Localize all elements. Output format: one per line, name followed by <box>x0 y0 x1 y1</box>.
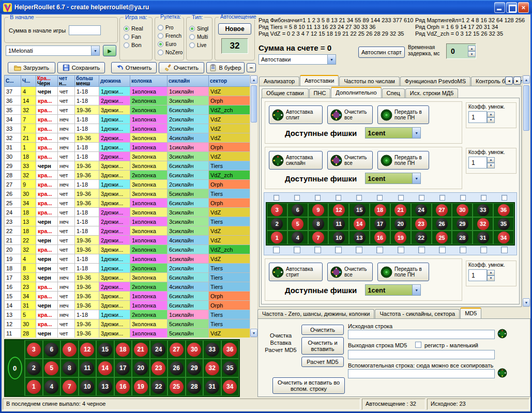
board-number-18[interactable]: 18 <box>370 203 390 217</box>
spin-row[interactable]: 337кра...неч1-181дюжи...1колонка2сиклайн… <box>5 124 250 133</box>
board-number-25[interactable]: 25 <box>432 231 452 244</box>
board-number-23[interactable]: 23 <box>411 217 432 231</box>
minimize-button[interactable] <box>494 2 505 13</box>
clear-paste-helper-button[interactable]: Очистить и вставить во вспом. строку <box>272 377 345 394</box>
board-number-31[interactable]: 31 <box>203 377 221 396</box>
spin-row[interactable]: 3018кра...чет1-182дюжи...3колонка3сиклай… <box>5 152 250 161</box>
board-number-25[interactable]: 25 <box>168 377 186 396</box>
scroll-down-icon[interactable]: ▼ <box>523 298 530 307</box>
scroll-thumb[interactable] <box>251 85 257 123</box>
load-button[interactable]: Загрузить <box>8 62 55 73</box>
tab-спец[interactable]: Спец <box>382 88 405 98</box>
board-number-33[interactable]: 33 <box>203 340 221 359</box>
spin-row[interactable]: 2313черннеч1-182дюжи...1колонка3сиклайнT… <box>5 217 250 226</box>
source-string-input[interactable] <box>348 330 495 339</box>
board-number-27[interactable]: 27 <box>168 340 186 359</box>
sector-checkbox[interactable] <box>294 195 300 201</box>
sector-checkbox[interactable] <box>377 195 383 201</box>
panel-scrollbar[interactable]: ▲ ▼ <box>522 75 530 307</box>
new-shift-button[interactable]: Новое <box>218 23 251 35</box>
delay-spinner[interactable]: 0 ▲ ▼ <box>446 43 476 59</box>
transfer-pn-button[interactable]: Передать в поле ПН <box>377 105 429 124</box>
spin-row[interactable]: 2218кра...чет1-182дюжи...3колонка3сиклай… <box>5 226 250 236</box>
board-number-12[interactable]: 12 <box>328 203 349 217</box>
spin-row[interactable]: 2032кра...чет19-363дюжи...2колонка6сикла… <box>5 245 250 254</box>
sector-checkbox[interactable] <box>273 247 280 253</box>
board-number-30[interactable]: 30 <box>186 340 204 359</box>
board-number-4[interactable]: 4 <box>287 231 308 244</box>
clear-button[interactable]: Очистить <box>159 62 204 73</box>
board-number-17[interactable]: 17 <box>370 217 390 231</box>
board-number-19[interactable]: 19 <box>390 231 411 244</box>
board-number-15[interactable]: 15 <box>96 340 114 359</box>
sector-checkbox[interactable] <box>480 247 487 253</box>
tab-scroll-right-icon[interactable]: ► <box>513 77 521 85</box>
board-number-32[interactable]: 32 <box>203 359 221 377</box>
sector-checkbox[interactable] <box>501 247 508 253</box>
spin-row[interactable]: 2832кра...чет19-363дюжи...2колонка6сикла… <box>5 171 250 180</box>
save-button[interactable]: Сохранить <box>57 62 105 73</box>
sector-checkbox[interactable] <box>460 195 466 201</box>
chips-combo[interactable]: 1cent ▼ <box>365 127 421 139</box>
board-number-14[interactable]: 14 <box>96 359 114 377</box>
spin-row[interactable]: 2534кра...чет19-363дюжи...1колонка6сикла… <box>5 198 250 208</box>
board-number-21[interactable]: 21 <box>132 340 150 359</box>
close-button[interactable]: × <box>518 2 529 13</box>
board-number-17[interactable]: 17 <box>114 359 132 377</box>
board-number-22[interactable]: 22 <box>411 231 432 244</box>
spin-row[interactable]: 1230кра...чет19-363дюжи...3колонка5сикла… <box>5 319 250 329</box>
board-number-2[interactable]: 2 <box>267 217 287 231</box>
sector-checkbox[interactable] <box>418 247 425 253</box>
board-number-19[interactable]: 19 <box>132 377 150 396</box>
md5-clear-button[interactable]: Очистить <box>301 325 344 335</box>
preset-combo[interactable]: 1Melonati ▼ <box>6 45 100 56</box>
maximize-button[interactable] <box>506 2 517 13</box>
board-number-11[interactable]: 11 <box>79 359 97 377</box>
spin-row[interactable]: 2630кра...чет19-363дюжи...3колонка5сикла… <box>5 189 250 198</box>
spin-row[interactable]: 2122чернчет19-362дюжи...1колонка4сиклайн… <box>5 236 250 245</box>
to-buffer-button[interactable]: В буфер <box>206 62 245 73</box>
radio-real[interactable]: Real <box>124 24 143 33</box>
board-number-15[interactable]: 15 <box>349 203 370 217</box>
register-checkbox[interactable] <box>415 342 421 348</box>
board-number-11[interactable]: 11 <box>328 217 349 231</box>
board-number-20[interactable]: 20 <box>132 359 150 377</box>
md5-wheel-icon[interactable] <box>497 368 507 378</box>
board-number-23[interactable]: 23 <box>150 359 168 377</box>
coef-spinner[interactable]: 1 ▲▼ <box>468 269 514 281</box>
board-number-22[interactable]: 22 <box>150 377 168 396</box>
chevron-down-icon[interactable]: ▼ <box>412 128 420 138</box>
board-number-6[interactable]: 6 <box>287 203 308 217</box>
tab-функционал-psevdoms[interactable]: Функционал PsevdoMS <box>400 77 470 86</box>
board-number-35[interactable]: 35 <box>221 359 239 377</box>
tab-частота-zero-шансы-дюжины-колонки[interactable]: Частота - Zero, шансы, дюжины, колонки <box>257 309 374 318</box>
sector-checkbox[interactable] <box>460 247 466 253</box>
transfer-pn-button[interactable]: Передать в поле ПН <box>377 263 429 281</box>
coef-spinner[interactable]: 1 ▲▼ <box>468 111 514 123</box>
tab-анализатор[interactable]: Анализатор <box>259 77 299 86</box>
tab-пнс[interactable]: ПНС <box>309 88 331 98</box>
board-number-10[interactable]: 10 <box>328 231 349 244</box>
radio-euro[interactable]: Euro <box>158 40 183 48</box>
undo-button[interactable]: Отменить <box>111 62 157 73</box>
spin-down-icon[interactable]: ▼ <box>487 163 495 169</box>
spin-row[interactable]: 2418кра...чет1-182дюжи...3колонка3сиклай… <box>5 208 250 217</box>
scroll-up-icon[interactable]: ▲ <box>250 75 257 84</box>
board-number-1[interactable]: 1 <box>267 231 287 244</box>
chips-combo[interactable]: 1cent ▼ <box>365 284 421 296</box>
radio-pro[interactable]: Pro <box>158 23 183 32</box>
md5-calc-button[interactable]: Расчет MD5 <box>301 357 344 367</box>
autobet-street-button[interactable]: Автоставка стрит <box>269 263 323 281</box>
radio-fan[interactable]: Fan <box>124 33 143 41</box>
board-number-31[interactable]: 31 <box>473 231 493 244</box>
chips-combo[interactable]: 1cent ▼ <box>365 173 421 184</box>
tab-автоставки[interactable]: Автоставки <box>300 75 339 86</box>
sector-checkbox[interactable] <box>398 195 404 201</box>
board-number-29[interactable]: 29 <box>452 217 473 231</box>
board-number-26[interactable]: 26 <box>168 359 186 377</box>
sector-checkbox[interactable] <box>315 195 321 201</box>
spin-row[interactable]: 2933черннеч19-363дюжи...3колонка6сиклайн… <box>5 161 250 171</box>
clear-all-button[interactable]: Очистить все <box>327 151 373 170</box>
tab-scroll-left-icon[interactable]: ◄ <box>505 77 513 85</box>
coef-spinner[interactable]: 1 ▲▼ <box>468 157 514 169</box>
